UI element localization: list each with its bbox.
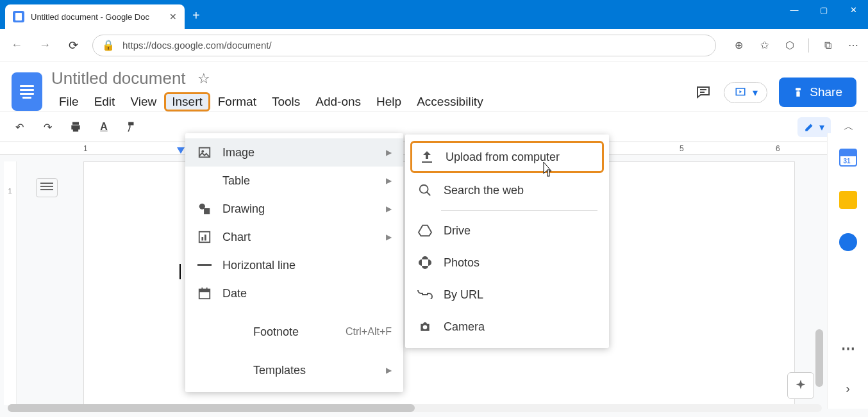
side-panel: 31 ⋯ ›: [827, 133, 868, 409]
insert-date-item[interactable]: Date: [185, 279, 403, 307]
new-tab-button[interactable]: +: [192, 8, 200, 23]
url-text: https://docs.google.com/document/: [122, 40, 272, 51]
redo-button[interactable]: ↷: [40, 119, 55, 135]
vertical-scrollbar[interactable]: [815, 329, 823, 387]
menu-insert[interactable]: Insert: [164, 92, 210, 111]
explore-button[interactable]: [787, 372, 814, 399]
photos-icon: [417, 254, 433, 271]
menu-addons[interactable]: Add-ons: [308, 92, 369, 111]
insert-footnote-item[interactable]: Footnote Ctrl+Alt+F: [216, 318, 403, 346]
upload-from-computer-item[interactable]: Upload from computer: [410, 141, 604, 173]
share-button[interactable]: Share: [779, 78, 856, 107]
svg-rect-13: [206, 288, 208, 291]
text-cursor: [179, 264, 181, 279]
svg-point-3: [201, 150, 204, 152]
keep-app-icon[interactable]: [839, 191, 857, 209]
date-icon: [197, 286, 212, 301]
window-controls: — ▢ ✕: [780, 0, 868, 19]
more-apps-icon[interactable]: ⋯: [841, 340, 855, 357]
svg-rect-5: [204, 208, 210, 214]
search-icon: [417, 182, 433, 199]
back-button[interactable]: ←: [8, 37, 26, 54]
ruler-mark: 6: [776, 144, 780, 153]
image-icon: [197, 145, 212, 160]
zoom-icon[interactable]: ⊕: [731, 38, 746, 53]
chevron-down-icon: ▾: [819, 121, 824, 133]
collapse-panel-icon[interactable]: ›: [846, 381, 850, 396]
insert-chart-item[interactable]: Chart ▶: [185, 223, 403, 251]
svg-rect-15: [422, 294, 428, 295]
extensions-icon[interactable]: ⬡: [783, 38, 797, 53]
reload-button[interactable]: ⟳: [64, 37, 82, 54]
document-title[interactable]: Untitled document: [51, 69, 186, 88]
by-url-item[interactable]: By URL: [405, 279, 609, 311]
templates-icon: [228, 363, 243, 378]
horizontal-scrollbar[interactable]: [8, 404, 822, 412]
chevron-right-icon: ▶: [386, 176, 392, 185]
spellcheck-button[interactable]: A: [96, 119, 112, 135]
menu-accessibility[interactable]: Accessibility: [409, 92, 490, 111]
svg-rect-7: [201, 237, 203, 241]
svg-rect-9: [197, 264, 212, 266]
menu-help[interactable]: Help: [369, 92, 409, 111]
search-the-web-item[interactable]: Search the web: [405, 174, 609, 206]
insert-table-item[interactable]: Table ▶: [185, 167, 403, 195]
docs-logo[interactable]: [12, 72, 42, 111]
vertical-ruler[interactable]: 1: [4, 161, 17, 405]
tab-close-icon[interactable]: ✕: [169, 12, 177, 22]
comments-icon[interactable]: [694, 85, 712, 100]
editing-mode-button[interactable]: ▾: [797, 117, 831, 137]
close-window-button[interactable]: ✕: [839, 0, 868, 19]
outline-toggle-button[interactable]: [36, 178, 58, 197]
url-field[interactable]: 🔒 https://docs.google.com/document/: [92, 35, 716, 56]
docs-favicon: [13, 11, 24, 22]
chevron-right-icon: ▶: [386, 233, 392, 241]
svg-rect-8: [204, 234, 206, 240]
chart-icon: [197, 229, 212, 245]
insert-image-item[interactable]: Image ▶: [185, 138, 403, 167]
insert-drawing-item[interactable]: Drawing ▶: [185, 195, 403, 223]
photos-item[interactable]: Photos: [405, 247, 609, 279]
menubar: File Edit View Insert Format Tools Add-o…: [51, 92, 685, 111]
collapse-toolbar-button[interactable]: ︿: [841, 119, 856, 135]
insert-templates-item[interactable]: Templates ▶: [216, 356, 403, 384]
camera-item[interactable]: Camera: [405, 311, 609, 343]
table-icon: [197, 173, 212, 188]
chevron-right-icon: ▶: [386, 148, 392, 157]
insert-hline-item[interactable]: Horizontal line: [185, 251, 403, 279]
menu-view[interactable]: View: [122, 92, 164, 111]
menu-format[interactable]: Format: [210, 92, 264, 111]
separator: [808, 38, 809, 53]
drive-item[interactable]: Drive: [405, 215, 609, 247]
svg-rect-1: [796, 88, 801, 90]
browser-menu-icon[interactable]: ⋯: [846, 38, 860, 53]
paint-format-button[interactable]: [124, 119, 140, 135]
present-mode-button[interactable]: ▾: [724, 82, 767, 103]
share-label: Share: [810, 85, 842, 99]
ruler-mark: 1: [83, 144, 88, 153]
image-submenu-dropdown: Upload from computer Search the web Driv…: [405, 135, 609, 348]
menu-file[interactable]: File: [51, 92, 87, 111]
collections-icon[interactable]: ⧉: [821, 38, 835, 53]
drive-icon: [417, 222, 433, 239]
browser-tab[interactable]: Untitled document - Google Doc ✕: [5, 4, 185, 29]
tasks-app-icon[interactable]: [839, 233, 857, 251]
calendar-app-icon[interactable]: 31: [839, 149, 857, 167]
menu-tools[interactable]: Tools: [264, 92, 308, 111]
tab-title: Untitled document - Google Doc: [31, 12, 163, 22]
drawing-icon: [197, 201, 212, 217]
line-icon: [197, 258, 212, 273]
forward-button[interactable]: →: [36, 37, 54, 54]
favorite-icon[interactable]: ✩: [757, 38, 771, 53]
maximize-button[interactable]: ▢: [809, 0, 839, 19]
menu-edit[interactable]: Edit: [87, 92, 123, 111]
ruler-mark: 5: [680, 144, 684, 153]
upload-icon: [419, 149, 435, 165]
minimize-button[interactable]: —: [780, 0, 809, 19]
chevron-down-icon: ▾: [753, 86, 758, 99]
star-icon[interactable]: ☆: [197, 70, 210, 87]
indent-marker-icon[interactable]: [177, 147, 185, 155]
chevron-right-icon: ▶: [386, 204, 392, 213]
print-button[interactable]: [68, 119, 83, 135]
undo-button[interactable]: ↶: [12, 119, 27, 135]
